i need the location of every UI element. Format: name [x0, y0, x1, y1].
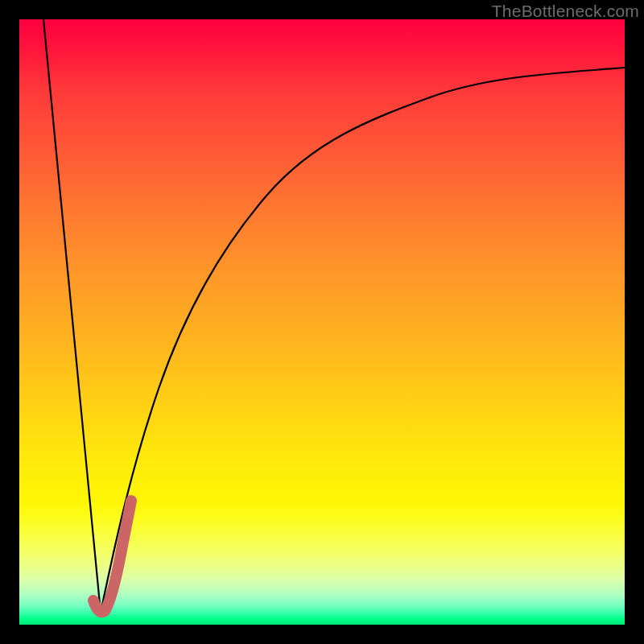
curve-right-limb: [101, 68, 625, 613]
plot-area: [19, 19, 625, 625]
curves-layer: [19, 19, 625, 625]
watermark-text: TheBottleneck.com: [492, 2, 639, 21]
chart-stage: TheBottleneck.com: [0, 0, 644, 644]
curve-left-limb: [43, 19, 101, 613]
